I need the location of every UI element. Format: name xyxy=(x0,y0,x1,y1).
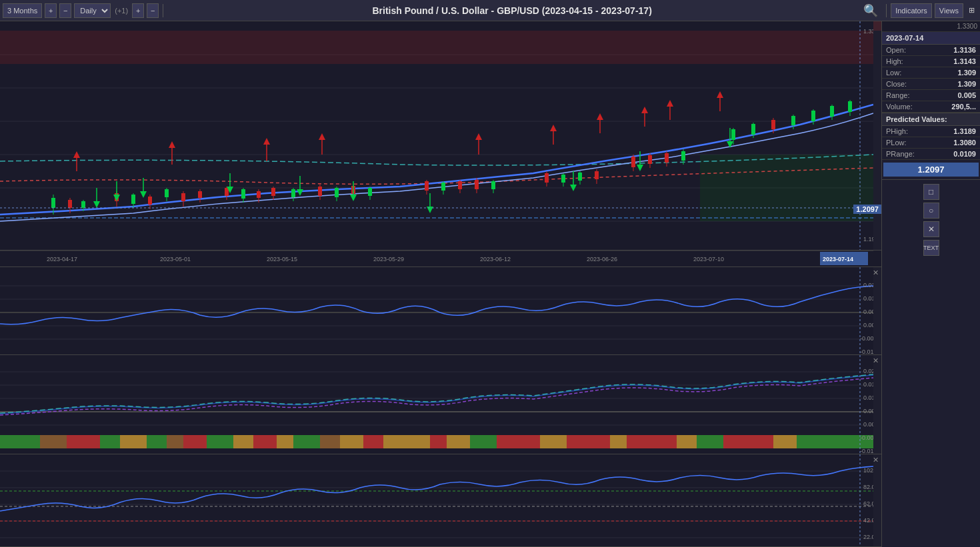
date-tick-1: 2023-04-17 xyxy=(47,256,77,263)
svg-rect-164 xyxy=(293,435,320,448)
svg-rect-171 xyxy=(447,435,470,448)
svg-rect-160 xyxy=(207,435,233,448)
right-open-value: 1.3136 xyxy=(953,46,976,54)
right-range-row: Range: 0.005 xyxy=(882,90,980,101)
interval-selector[interactable]: Daily xyxy=(74,3,111,18)
right-plow-label: PLow: xyxy=(886,139,907,147)
svg-rect-177 xyxy=(587,435,610,448)
svg-text:-0.0050: -0.0050 xyxy=(860,434,873,441)
tool-cross[interactable]: ✕ xyxy=(923,221,939,237)
period-plus[interactable]: + xyxy=(45,3,57,18)
svg-rect-176 xyxy=(567,435,587,448)
nav-plus[interactable]: + xyxy=(132,3,144,18)
svg-rect-74 xyxy=(751,124,755,135)
expand-icon[interactable]: ⊞ xyxy=(966,6,977,15)
right-volume-label: Volume: xyxy=(886,103,913,111)
tool-circle[interactable]: ○ xyxy=(923,203,939,219)
svg-rect-184 xyxy=(747,435,773,448)
rsi-panel: 2023-07-14 RSI ● 85.7 ▼ ✕ xyxy=(0,454,881,547)
svg-text:-0.0050: -0.0050 xyxy=(860,335,873,342)
svg-text:22.0: 22.0 xyxy=(863,534,873,540)
svg-rect-183 xyxy=(723,435,747,448)
divider2 xyxy=(886,4,887,17)
price-chart[interactable]: 2023-07-14 Bar Long.Predict ● TCross.Lon… xyxy=(0,21,881,251)
svg-rect-66 xyxy=(648,155,652,164)
svg-rect-20 xyxy=(148,197,152,205)
svg-rect-169 xyxy=(410,435,430,448)
svg-rect-52 xyxy=(475,180,479,189)
neurax-close[interactable]: ✕ xyxy=(873,269,879,277)
svg-rect-50 xyxy=(458,181,462,189)
svg-rect-175 xyxy=(540,435,567,448)
date-tick-5: 2023-06-12 xyxy=(480,256,511,263)
svg-rect-178 xyxy=(610,435,627,448)
date-tick-6: 2023-06-26 xyxy=(587,256,617,263)
svg-rect-24 xyxy=(181,193,185,201)
neurax-svg: 0.0150 0.0100 0.0050 0.0000 -0.0050 -0.0… xyxy=(0,267,873,355)
svg-rect-56 xyxy=(545,173,549,183)
svg-text:0.0150: 0.0150 xyxy=(863,381,873,388)
svg-rect-68 xyxy=(665,153,669,163)
svg-text:-0.0100: -0.0100 xyxy=(860,348,873,355)
nav-minus[interactable]: − xyxy=(147,3,159,18)
svg-rect-72 xyxy=(731,129,735,140)
toolbar-right: Indicators Views ⊞ xyxy=(891,3,977,18)
rsi-close[interactable]: ✕ xyxy=(873,456,879,464)
svg-rect-173 xyxy=(497,435,517,448)
right-tools: □ ○ ✕ TEXT xyxy=(882,179,980,260)
right-top-price: 1.3300 xyxy=(882,21,980,32)
period-selector[interactable]: 3 Months xyxy=(3,3,42,18)
svg-rect-161 xyxy=(233,435,253,448)
views-button[interactable]: Views xyxy=(935,3,963,18)
search-icon[interactable]: 🔍 xyxy=(859,3,882,18)
svg-rect-153 xyxy=(40,435,67,448)
svg-rect-80 xyxy=(811,111,815,121)
svg-rect-36 xyxy=(291,189,295,197)
right-phigh-row: PHigh: 1.3189 xyxy=(882,126,980,137)
right-phigh-label: PHigh: xyxy=(886,127,908,135)
svg-rect-168 xyxy=(383,435,410,448)
svg-rect-170 xyxy=(430,435,447,448)
svg-text:0.0100: 0.0100 xyxy=(863,295,873,302)
svg-rect-155 xyxy=(100,435,120,448)
svg-text:1.1900: 1.1900 xyxy=(863,236,873,243)
right-volume-value: 290,5... xyxy=(951,103,976,111)
svg-rect-30 xyxy=(241,189,245,199)
svg-rect-14 xyxy=(81,201,85,208)
right-close-value: 1.309 xyxy=(957,80,976,88)
date-tick-3: 2023-05-15 xyxy=(267,256,297,263)
tool-text[interactable]: TEXT xyxy=(923,240,939,256)
svg-rect-172 xyxy=(470,435,497,448)
diff-svg: 0.0200 0.0150 0.0100 0.0050 0.0000 -0.00… xyxy=(0,355,873,454)
rsi-svg: 102.0 82.0 62.0 42.0 22.0 2.0 xyxy=(0,454,873,547)
indicators-button[interactable]: Indicators xyxy=(891,3,932,18)
right-high-row: High: 1.3143 xyxy=(882,56,980,67)
right-volume-row: Volume: 290,5... xyxy=(882,101,980,113)
svg-text:1.3300: 1.3300 xyxy=(863,28,873,35)
svg-rect-44 xyxy=(368,188,372,196)
svg-rect-32 xyxy=(257,191,261,198)
svg-rect-166 xyxy=(340,435,363,448)
date-axis-svg: 2023-04-17 2023-05-01 2023-05-15 2023-05… xyxy=(0,251,873,268)
svg-rect-152 xyxy=(0,435,40,448)
right-prange-label: PRange: xyxy=(886,150,915,158)
period-minus[interactable]: − xyxy=(59,3,71,18)
right-range-label: Range: xyxy=(886,91,909,99)
right-prange-value: 0.0109 xyxy=(953,150,976,158)
right-close-label: Close: xyxy=(886,80,907,88)
svg-rect-187 xyxy=(823,435,850,448)
svg-text:82.0: 82.0 xyxy=(863,484,873,490)
svg-text:0.0000: 0.0000 xyxy=(863,421,873,428)
svg-rect-8 xyxy=(0,31,873,64)
diff-close[interactable]: ✕ xyxy=(873,356,879,365)
tool-square[interactable]: □ xyxy=(923,184,939,200)
svg-text:0.0000: 0.0000 xyxy=(863,322,873,328)
svg-text:0.0150: 0.0150 xyxy=(863,282,873,288)
svg-rect-40 xyxy=(335,188,339,197)
date-highlight: 2023-07-14 xyxy=(823,256,853,263)
svg-rect-163 xyxy=(277,435,293,448)
right-low-label: Low: xyxy=(886,69,901,77)
svg-rect-22 xyxy=(165,189,169,197)
date-axis: 2023-04-17 2023-05-01 2023-05-15 2023-05… xyxy=(0,251,881,267)
svg-text:0.0100: 0.0100 xyxy=(863,394,873,401)
